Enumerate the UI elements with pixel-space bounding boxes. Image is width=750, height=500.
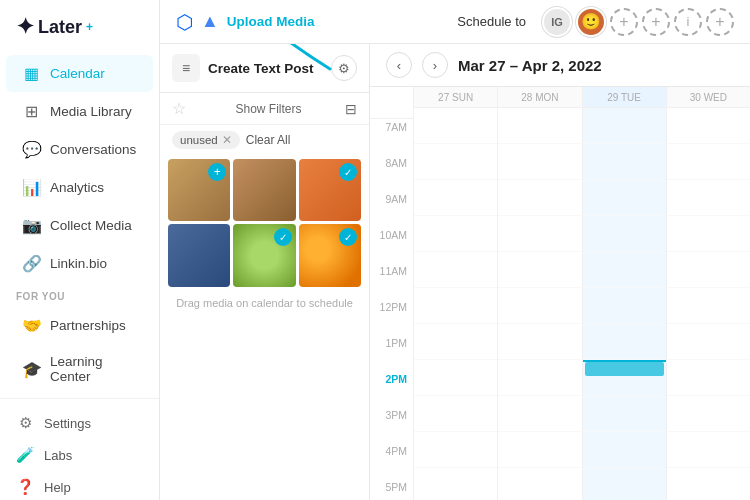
sidebar-item-linkin-bio[interactable]: 🔗 Linkin.bio <box>6 245 153 282</box>
sidebar-label-media-library: Media Library <box>50 104 132 119</box>
sidebar-item-collect-media[interactable]: 📷 Collect Media <box>6 207 153 244</box>
clear-all-button[interactable]: Clear All <box>246 133 291 147</box>
day-slot-tue-9[interactable] <box>583 180 666 216</box>
day-slot-tue-4[interactable] <box>583 432 666 468</box>
day-slot-wed-8[interactable] <box>667 144 750 180</box>
main-area: ⬡ ▲ Upload Media Schedule to IG 🙂 + + i … <box>160 0 750 500</box>
google-drive-icon[interactable]: ▲ <box>201 11 219 32</box>
media-cell-2[interactable] <box>233 159 295 221</box>
day-header-sun: 27 SUN <box>414 87 497 108</box>
day-slot-mon-12[interactable] <box>498 288 581 324</box>
event-block-tue[interactable] <box>585 362 664 376</box>
day-slot-tue-5[interactable] <box>583 468 666 500</box>
profile-avatar-circle[interactable]: IG <box>542 7 572 37</box>
day-slot-tue-11[interactable] <box>583 252 666 288</box>
day-slot-mon-1[interactable] <box>498 324 581 360</box>
create-text-bar: ≡ Create Text Post ⚙ <box>160 44 369 93</box>
labs-item[interactable]: 🧪 Labs <box>0 439 159 471</box>
day-slot-mon-5[interactable] <box>498 468 581 500</box>
sidebar-bottom: ⚙ Settings 🧪 Labs ❓ Help Refer Suggestio… <box>0 398 159 500</box>
day-slot-tue-1[interactable] <box>583 324 666 360</box>
day-slot-tue-3[interactable] <box>583 396 666 432</box>
day-slot-mon-3[interactable] <box>498 396 581 432</box>
day-slot-sun-9[interactable] <box>414 180 497 216</box>
day-col-wed: 30 WED <box>667 87 750 500</box>
day-slot-wed-9[interactable] <box>667 180 750 216</box>
day-slot-tue-2[interactable] <box>583 360 666 396</box>
day-slot-tue-10[interactable] <box>583 216 666 252</box>
sidebar: ✦ Later + ▦ Calendar ⊞ Media Library 💬 C… <box>0 0 160 500</box>
help-item[interactable]: ❓ Help <box>0 471 159 500</box>
day-slot-sun-5[interactable] <box>414 468 497 500</box>
day-slot-sun-7[interactable] <box>414 108 497 144</box>
day-slot-mon-10[interactable] <box>498 216 581 252</box>
dropbox-icon[interactable]: ⬡ <box>176 10 193 34</box>
day-slot-sun-4[interactable] <box>414 432 497 468</box>
day-slot-tue-12[interactable] <box>583 288 666 324</box>
day-slot-wed-12[interactable] <box>667 288 750 324</box>
filter-icon[interactable]: ⊟ <box>345 101 357 117</box>
day-slot-sun-3[interactable] <box>414 396 497 432</box>
day-slot-sun-12[interactable] <box>414 288 497 324</box>
day-slot-tue-7[interactable] <box>583 108 666 144</box>
day-slot-sun-8[interactable] <box>414 144 497 180</box>
day-header-mon: 28 MON <box>498 87 581 108</box>
sidebar-item-media-library[interactable]: ⊞ Media Library <box>6 93 153 130</box>
logo-text: Later <box>38 17 82 38</box>
day-slot-sun-2[interactable] <box>414 360 497 396</box>
media-settings-button[interactable]: ⚙ <box>331 55 357 81</box>
time-4pm: 4PM <box>370 443 413 479</box>
day-slot-mon-4[interactable] <box>498 432 581 468</box>
day-slot-sun-11[interactable] <box>414 252 497 288</box>
add-profile-button-4[interactable]: + <box>706 8 734 36</box>
unused-tag: unused ✕ <box>172 131 240 149</box>
day-slot-mon-11[interactable] <box>498 252 581 288</box>
sidebar-item-partnerships[interactable]: 🤝 Partnerships <box>6 307 153 344</box>
upload-media-button[interactable]: Upload Media <box>227 14 315 29</box>
logo-plus: + <box>86 20 93 34</box>
day-slot-wed-10[interactable] <box>667 216 750 252</box>
day-slot-wed-5[interactable] <box>667 468 750 500</box>
media-cell-5[interactable]: ✓ <box>233 224 295 286</box>
day-slot-mon-2[interactable] <box>498 360 581 396</box>
sidebar-item-analytics[interactable]: 📊 Analytics <box>6 169 153 206</box>
check-icon-5: ✓ <box>274 228 292 246</box>
time-1pm: 1PM <box>370 335 413 371</box>
tags-bar: unused ✕ Clear All <box>160 125 369 155</box>
day-slot-sun-1[interactable] <box>414 324 497 360</box>
settings-item[interactable]: ⚙ Settings <box>0 407 159 439</box>
media-cell-6[interactable]: ✓ <box>299 224 361 286</box>
create-text-label: Create Text Post <box>208 61 323 76</box>
sidebar-item-conversations[interactable]: 💬 Conversations <box>6 131 153 168</box>
day-slot-tue-8[interactable] <box>583 144 666 180</box>
sidebar-item-calendar[interactable]: ▦ Calendar <box>6 55 153 92</box>
media-grid: + ✓ ✓ <box>160 155 369 291</box>
topbar: ⬡ ▲ Upload Media Schedule to IG 🙂 + + i … <box>160 0 750 44</box>
day-slot-wed-7[interactable] <box>667 108 750 144</box>
profile-photo-circle[interactable]: 🙂 <box>576 7 606 37</box>
day-slot-wed-1[interactable] <box>667 324 750 360</box>
star-icon[interactable]: ☆ <box>172 99 186 118</box>
day-slot-mon-7[interactable] <box>498 108 581 144</box>
sidebar-item-learning-center[interactable]: 🎓 Learning Center <box>6 345 153 393</box>
drag-hint: Drag media on calendar to schedule <box>160 291 369 319</box>
add-profile-button-2[interactable]: + <box>642 8 670 36</box>
day-slot-mon-8[interactable] <box>498 144 581 180</box>
settings-icon: ⚙ <box>16 414 34 432</box>
media-cell-3[interactable]: ✓ <box>299 159 361 221</box>
day-slot-wed-4[interactable] <box>667 432 750 468</box>
calendar-panel: ‹ › Mar 27 – Apr 2, 2022 7AM 8AM 9AM 10A… <box>370 44 750 500</box>
media-cell-4[interactable] <box>168 224 230 286</box>
cal-next-button[interactable]: › <box>422 52 448 78</box>
day-slot-mon-9[interactable] <box>498 180 581 216</box>
add-profile-button[interactable]: + <box>610 8 638 36</box>
day-slot-wed-3[interactable] <box>667 396 750 432</box>
day-slot-wed-2[interactable] <box>667 360 750 396</box>
sidebar-label-partnerships: Partnerships <box>50 318 126 333</box>
tag-remove-button[interactable]: ✕ <box>222 133 232 147</box>
day-slot-sun-10[interactable] <box>414 216 497 252</box>
day-slot-wed-11[interactable] <box>667 252 750 288</box>
cal-prev-button[interactable]: ‹ <box>386 52 412 78</box>
media-cell-1[interactable]: + <box>168 159 230 221</box>
add-profile-button-3[interactable]: i <box>674 8 702 36</box>
